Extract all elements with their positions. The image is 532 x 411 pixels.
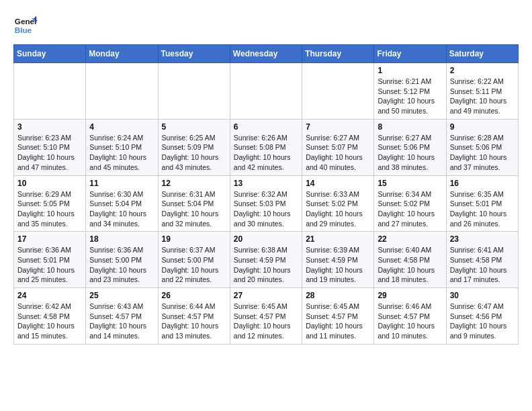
calendar-cell: 22Sunrise: 6:40 AM Sunset: 4:58 PM Dayli…: [374, 232, 446, 288]
calendar-cell: 12Sunrise: 6:31 AM Sunset: 5:04 PM Dayli…: [158, 175, 230, 232]
header-tuesday: Tuesday: [158, 45, 230, 63]
day-info: Sunrise: 6:36 AM Sunset: 5:01 PM Dayligh…: [17, 245, 82, 285]
day-number: 11: [89, 179, 154, 188]
day-number: 20: [234, 234, 298, 244]
day-info: Sunrise: 6:28 AM Sunset: 5:06 PM Dayligh…: [450, 133, 515, 173]
day-number: 27: [234, 291, 298, 300]
day-info: Sunrise: 6:38 AM Sunset: 4:59 PM Dayligh…: [234, 245, 298, 285]
day-number: 24: [17, 291, 82, 300]
page-header: General Blue: [13, 13, 519, 38]
calendar-cell: 18Sunrise: 6:36 AM Sunset: 5:00 PM Dayli…: [86, 232, 158, 288]
calendar-cell: 25Sunrise: 6:43 AM Sunset: 4:57 PM Dayli…: [86, 288, 158, 345]
day-number: 23: [450, 234, 515, 244]
calendar-cell: 9Sunrise: 6:28 AM Sunset: 5:06 PM Daylig…: [446, 119, 518, 175]
day-info: Sunrise: 6:30 AM Sunset: 5:04 PM Dayligh…: [89, 189, 154, 229]
calendar-cell: 2Sunrise: 6:22 AM Sunset: 5:11 PM Daylig…: [446, 63, 518, 120]
calendar-cell: 13Sunrise: 6:32 AM Sunset: 5:03 PM Dayli…: [230, 175, 302, 232]
day-info: Sunrise: 6:41 AM Sunset: 4:58 PM Dayligh…: [450, 245, 515, 285]
svg-text:Blue: Blue: [15, 26, 32, 34]
calendar-cell: [86, 63, 158, 120]
day-number: 5: [162, 122, 226, 132]
day-info: Sunrise: 6:35 AM Sunset: 5:01 PM Dayligh…: [450, 189, 515, 229]
calendar-cell: 21Sunrise: 6:39 AM Sunset: 4:59 PM Dayli…: [302, 232, 374, 288]
day-info: Sunrise: 6:39 AM Sunset: 4:59 PM Dayligh…: [306, 245, 370, 285]
day-number: 4: [89, 122, 154, 132]
logo-icon: General Blue: [13, 13, 38, 38]
calendar-cell: 29Sunrise: 6:46 AM Sunset: 4:57 PM Dayli…: [374, 288, 446, 345]
calendar-cell: 1Sunrise: 6:21 AM Sunset: 5:12 PM Daylig…: [374, 63, 446, 120]
day-number: 30: [450, 291, 515, 300]
day-number: 21: [306, 234, 370, 244]
day-number: 13: [234, 179, 298, 188]
calendar-cell: 28Sunrise: 6:45 AM Sunset: 4:57 PM Dayli…: [302, 288, 374, 345]
header-wednesday: Wednesday: [230, 45, 302, 63]
calendar-week-row: 1Sunrise: 6:21 AM Sunset: 5:12 PM Daylig…: [14, 63, 519, 120]
day-info: Sunrise: 6:23 AM Sunset: 5:10 PM Dayligh…: [17, 133, 82, 173]
calendar-cell: 11Sunrise: 6:30 AM Sunset: 5:04 PM Dayli…: [86, 175, 158, 232]
day-info: Sunrise: 6:26 AM Sunset: 5:08 PM Dayligh…: [234, 133, 298, 173]
day-info: Sunrise: 6:33 AM Sunset: 5:02 PM Dayligh…: [306, 189, 370, 229]
day-info: Sunrise: 6:31 AM Sunset: 5:04 PM Dayligh…: [162, 189, 226, 229]
calendar-cell: 24Sunrise: 6:42 AM Sunset: 4:58 PM Dayli…: [14, 288, 86, 345]
header-saturday: Saturday: [446, 45, 518, 63]
calendar-week-row: 3Sunrise: 6:23 AM Sunset: 5:10 PM Daylig…: [14, 119, 519, 175]
day-number: 7: [306, 122, 370, 132]
day-number: 26: [162, 291, 226, 300]
day-number: 25: [89, 291, 154, 300]
day-number: 2: [450, 66, 515, 75]
calendar-cell: 4Sunrise: 6:24 AM Sunset: 5:10 PM Daylig…: [86, 119, 158, 175]
calendar-cell: 16Sunrise: 6:35 AM Sunset: 5:01 PM Dayli…: [446, 175, 518, 232]
calendar-week-row: 10Sunrise: 6:29 AM Sunset: 5:05 PM Dayli…: [14, 175, 519, 232]
day-number: 15: [378, 179, 442, 188]
calendar-cell: [14, 63, 86, 120]
day-number: 10: [17, 179, 82, 188]
day-info: Sunrise: 6:21 AM Sunset: 5:12 PM Dayligh…: [378, 77, 442, 116]
header-friday: Friday: [374, 45, 446, 63]
day-number: 28: [306, 291, 370, 300]
day-info: Sunrise: 6:46 AM Sunset: 4:57 PM Dayligh…: [378, 302, 442, 341]
calendar-cell: 19Sunrise: 6:37 AM Sunset: 5:00 PM Dayli…: [158, 232, 230, 288]
calendar-header-row: SundayMondayTuesdayWednesdayThursdayFrid…: [14, 45, 519, 63]
day-info: Sunrise: 6:29 AM Sunset: 5:05 PM Dayligh…: [17, 189, 82, 229]
day-number: 9: [450, 122, 515, 132]
header-monday: Monday: [86, 45, 158, 63]
day-number: 14: [306, 179, 370, 188]
day-info: Sunrise: 6:37 AM Sunset: 5:00 PM Dayligh…: [162, 245, 226, 285]
day-number: 22: [378, 234, 442, 244]
calendar-cell: [302, 63, 374, 120]
calendar-cell: 15Sunrise: 6:34 AM Sunset: 5:02 PM Dayli…: [374, 175, 446, 232]
calendar-cell: 3Sunrise: 6:23 AM Sunset: 5:10 PM Daylig…: [14, 119, 86, 175]
calendar-cell: 8Sunrise: 6:27 AM Sunset: 5:06 PM Daylig…: [374, 119, 446, 175]
logo: General Blue: [13, 13, 38, 38]
calendar-cell: 30Sunrise: 6:47 AM Sunset: 4:56 PM Dayli…: [446, 288, 518, 345]
calendar-week-row: 24Sunrise: 6:42 AM Sunset: 4:58 PM Dayli…: [14, 288, 519, 345]
day-number: 6: [234, 122, 298, 132]
calendar-cell: 17Sunrise: 6:36 AM Sunset: 5:01 PM Dayli…: [14, 232, 86, 288]
day-number: 29: [378, 291, 442, 300]
day-number: 1: [378, 66, 442, 75]
calendar-week-row: 17Sunrise: 6:36 AM Sunset: 5:01 PM Dayli…: [14, 232, 519, 288]
day-info: Sunrise: 6:43 AM Sunset: 4:57 PM Dayligh…: [89, 302, 154, 341]
calendar-cell: [158, 63, 230, 120]
day-info: Sunrise: 6:45 AM Sunset: 4:57 PM Dayligh…: [306, 302, 370, 341]
day-number: 8: [378, 122, 442, 132]
day-number: 16: [450, 179, 515, 188]
day-number: 18: [89, 234, 154, 244]
day-number: 19: [162, 234, 226, 244]
calendar-cell: [230, 63, 302, 120]
day-info: Sunrise: 6:24 AM Sunset: 5:10 PM Dayligh…: [89, 133, 154, 173]
calendar-cell: 14Sunrise: 6:33 AM Sunset: 5:02 PM Dayli…: [302, 175, 374, 232]
day-info: Sunrise: 6:45 AM Sunset: 4:57 PM Dayligh…: [234, 302, 298, 341]
day-info: Sunrise: 6:25 AM Sunset: 5:09 PM Dayligh…: [162, 133, 226, 173]
calendar-cell: 10Sunrise: 6:29 AM Sunset: 5:05 PM Dayli…: [14, 175, 86, 232]
day-number: 3: [17, 122, 82, 132]
day-info: Sunrise: 6:32 AM Sunset: 5:03 PM Dayligh…: [234, 189, 298, 229]
day-info: Sunrise: 6:47 AM Sunset: 4:56 PM Dayligh…: [450, 302, 515, 341]
day-info: Sunrise: 6:44 AM Sunset: 4:57 PM Dayligh…: [162, 302, 226, 341]
day-info: Sunrise: 6:40 AM Sunset: 4:58 PM Dayligh…: [378, 245, 442, 285]
calendar-cell: 5Sunrise: 6:25 AM Sunset: 5:09 PM Daylig…: [158, 119, 230, 175]
day-number: 17: [17, 234, 82, 244]
header-thursday: Thursday: [302, 45, 374, 63]
header-sunday: Sunday: [14, 45, 86, 63]
day-info: Sunrise: 6:22 AM Sunset: 5:11 PM Dayligh…: [450, 77, 515, 116]
